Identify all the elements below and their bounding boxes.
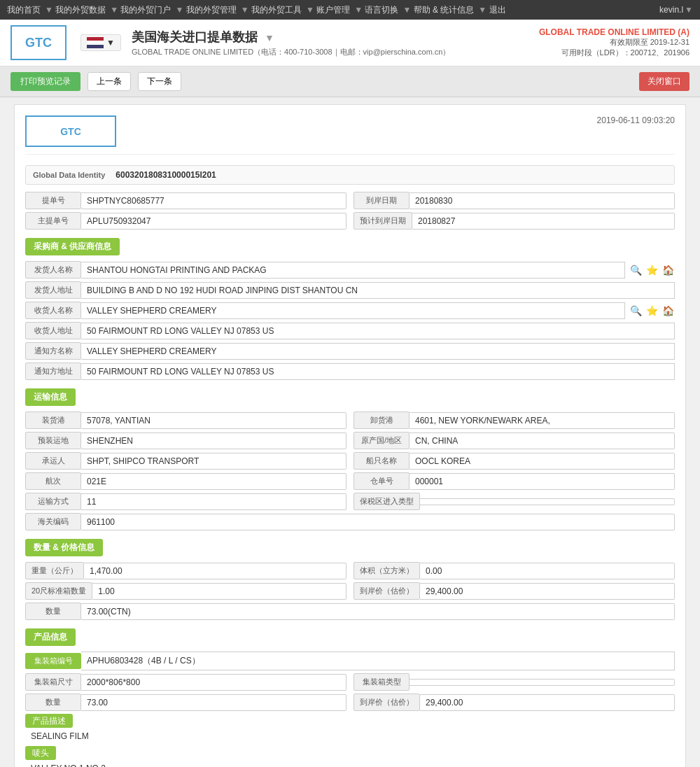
- language-selector[interactable]: ▼: [80, 34, 121, 51]
- port-row: 装货港 57078, YANTIAN 卸货港 4601, NEW YORK/NE…: [25, 411, 675, 429]
- nav-manage[interactable]: 我的外贸管理: [186, 4, 237, 16]
- quantity-label: 数量: [25, 603, 81, 620]
- valid-until: 有效期限至 2019-12-31: [539, 37, 690, 48]
- transport-mode-label: 运输方式: [25, 493, 81, 510]
- notify-addr-row: 通知方地址 50 FAIRMOUNT RD LONG VALLEY NJ 078…: [25, 363, 675, 380]
- shipper-home-icon[interactable]: 🏠: [661, 263, 675, 277]
- container-size-value: 2000*806*800: [81, 674, 346, 691]
- shipper-addr-value: BUILDING B AND D NO 192 HUDI ROAD JINPIN…: [81, 282, 675, 299]
- main-bill-group: 主提单号 APLU750932047: [25, 212, 346, 230]
- vessel-group: 船只名称 OOCL KOREA: [354, 452, 675, 470]
- container-size-label: 集装箱尺寸: [25, 673, 81, 691]
- prev-button[interactable]: 上一条: [88, 72, 131, 91]
- product-qty-group: 数量 73.00: [25, 694, 346, 711]
- supplier-section-header: 采购商 & 供应商信息: [25, 238, 675, 255]
- main-bill-row: 主提单号 APLU750932047 预计到岸日期 20180827: [25, 212, 675, 230]
- product-qty-price-row: 数量 73.00 到岸价（估价） 29,400.00: [25, 694, 675, 711]
- consignee-icons: 🔍 ⭐ 🏠: [629, 304, 675, 318]
- arrival-date-group: 到岸日期 20180830: [354, 192, 675, 209]
- main-bill-value: APLU750932047: [81, 213, 346, 230]
- carrier-label: 承运人: [25, 452, 81, 470]
- consignee-name-row: 收货人名称 VALLEY SHEPHERD CREAMERY 🔍 ⭐ 🏠: [25, 302, 675, 319]
- shipper-star-icon[interactable]: ⭐: [645, 263, 659, 277]
- arrival-price-label: 到岸价（估价）: [354, 582, 420, 600]
- pre-transport-label: 预装运地: [25, 432, 81, 449]
- pre-transport-group: 预装运地 SHENZHEN: [25, 432, 346, 449]
- mark-label: 唛头: [25, 746, 56, 760]
- nav-tools[interactable]: 我的外贸工具: [251, 4, 302, 16]
- planned-date-label: 预计到岸日期: [354, 212, 412, 230]
- shipper-name-value: SHANTOU HONGTAI PRINTING AND PACKAG: [81, 262, 625, 279]
- container-type-value: [410, 679, 675, 686]
- pre-transport-value: SHENZHEN: [81, 432, 346, 449]
- weight-label: 重量（公斤）: [25, 562, 84, 579]
- nav-home[interactable]: 我的首页: [7, 4, 41, 16]
- volume-label: 体积（立方米）: [354, 562, 420, 579]
- vessel-value: OOCL KOREA: [410, 453, 675, 470]
- arrival-price-group: 到岸价（估价） 29,400.00: [354, 582, 675, 600]
- nav-portal[interactable]: 我的外贸门户: [120, 4, 171, 16]
- nav-account[interactable]: 账户管理: [316, 4, 350, 16]
- container-type-label: 集装箱类型: [354, 673, 410, 691]
- product-price-value: 29,400.00: [420, 694, 675, 711]
- weight-volume-row: 重量（公斤） 1,470.00 体积（立方米） 0.00: [25, 562, 675, 579]
- logo: GTC: [10, 25, 66, 60]
- bonded-group: 保税区进入类型: [354, 493, 675, 510]
- bonded-label: 保税区进入类型: [354, 493, 420, 510]
- product-qty-label: 数量: [25, 694, 81, 711]
- load-port-label: 装货港: [25, 411, 81, 429]
- warehouse-label: 仓单号: [354, 472, 410, 490]
- product-desc-label: 产品描述: [25, 714, 73, 728]
- consignee-star-icon[interactable]: ⭐: [645, 304, 659, 318]
- close-button[interactable]: 关闭窗口: [639, 72, 690, 91]
- shipper-search-icon[interactable]: 🔍: [629, 263, 643, 277]
- next-button[interactable]: 下一条: [138, 72, 181, 91]
- consignee-home-icon[interactable]: 🏠: [661, 304, 675, 318]
- product-section-header: 产品信息: [25, 628, 675, 646]
- nav-data[interactable]: 我的外贸数据: [55, 4, 106, 16]
- voyage-label: 航次: [25, 472, 81, 490]
- notify-addr-label: 通知方地址: [25, 363, 81, 380]
- carrier-group: 承运人 SHPT, SHIPCO TRANSPORT: [25, 452, 346, 470]
- consignee-name-label: 收货人名称: [25, 302, 81, 319]
- header-center: 美国海关进口提单数据 ▼ GLOBAL TRADE ONLINE LIMITED…: [132, 29, 539, 57]
- company-name: GLOBAL TRADE ONLINE LIMITED (A): [539, 27, 690, 37]
- mark-label-row: 唛头: [25, 747, 675, 759]
- vessel-label: 船只名称: [354, 452, 410, 470]
- planned-date-value: 20180827: [412, 213, 675, 230]
- arrival-price-value: 29,400.00: [420, 583, 675, 600]
- doc-timestamp: 2019-06-11 09:03:20: [597, 115, 675, 125]
- container-size-type-row: 集装箱尺寸 2000*806*800 集装箱类型: [25, 673, 675, 691]
- container20-value: 1.00: [92, 583, 346, 600]
- global-id-value: 600320180831000015l201: [115, 170, 216, 180]
- transport-mode-value: 11: [81, 493, 346, 510]
- customs-label: 海关编码: [25, 513, 81, 530]
- load-port-value: 57078, YANTIAN: [81, 412, 346, 429]
- notify-name-label: 通知方名称: [25, 342, 81, 360]
- consignee-search-icon[interactable]: 🔍: [629, 304, 643, 318]
- transport-section-header: 运输信息: [25, 388, 675, 406]
- consignee-name-value: VALLEY SHEPHERD CREAMERY: [81, 302, 625, 319]
- user-name: kevin.l: [659, 5, 683, 15]
- container20-price-row: 20尺标准箱数量 1.00 到岸价（估价） 29,400.00: [25, 582, 675, 600]
- weight-group: 重量（公斤） 1,470.00: [25, 562, 346, 579]
- pretransport-origin-row: 预装运地 SHENZHEN 原产国/地区 CN, CHINA: [25, 432, 675, 449]
- nav-exit[interactable]: 退出: [489, 4, 506, 16]
- quantity-section-title: 数量 & 价格信息: [25, 539, 103, 556]
- arrival-date-label: 到岸日期: [354, 192, 410, 209]
- consignee-addr-label: 收货人地址: [25, 322, 81, 339]
- nav-lang[interactable]: 语言切换: [365, 4, 398, 16]
- main-bill-label: 主提单号: [25, 212, 81, 230]
- bill-no-label: 提单号: [25, 192, 81, 209]
- warehouse-value: 000001: [410, 473, 675, 490]
- print-button[interactable]: 打印预览记录: [10, 72, 80, 91]
- nav-help[interactable]: 帮助 & 统计信息: [414, 4, 475, 16]
- doc-logo: GTC: [25, 115, 116, 147]
- quantity-section-header: 数量 & 价格信息: [25, 539, 675, 556]
- unload-port-label: 卸货港: [354, 411, 410, 429]
- shipper-name-row: 发货人名称 SHANTOU HONGTAI PRINTING AND PACKA…: [25, 261, 675, 279]
- container20-group: 20尺标准箱数量 1.00: [25, 582, 346, 600]
- document-content: GTC 2019-06-11 09:03:20 Global Data Iden…: [14, 104, 686, 767]
- global-id-label: Global Data Identity: [33, 171, 105, 179]
- ldr-info: 可用时段（LDR）：200712、201906: [539, 48, 690, 58]
